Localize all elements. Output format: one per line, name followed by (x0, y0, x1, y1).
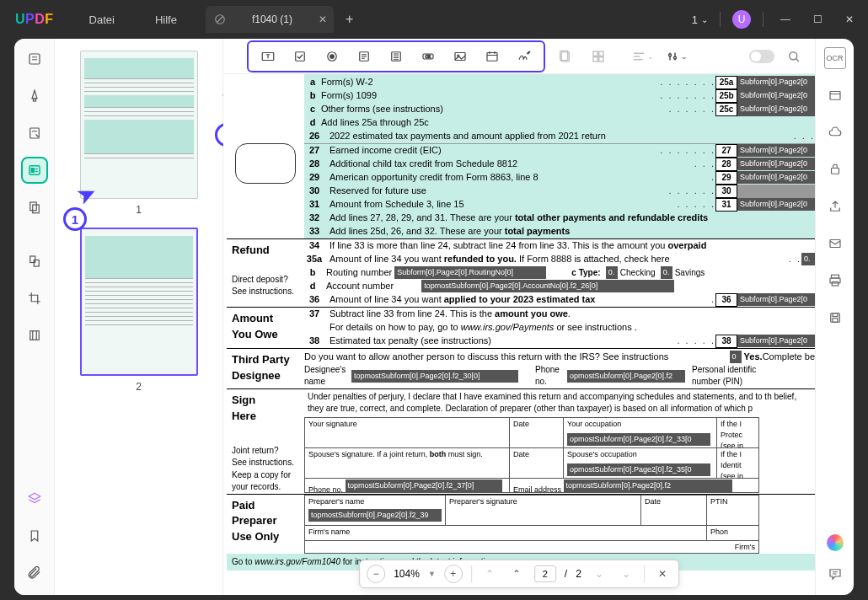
field-email[interactable]: topmostSubform[0].Page2[0].f2 (564, 479, 732, 492)
svg-rect-55 (830, 240, 840, 248)
field-31[interactable]: Subform[0].Page2[0 (737, 198, 815, 211)
grid-tool[interactable] (584, 45, 613, 68)
settings-tool[interactable]: ⌄ (662, 45, 690, 68)
svg-point-21 (330, 54, 335, 58)
field-spouse-occupation[interactable]: opmostSubform[0].Page2[0].f2_35[0 (567, 463, 710, 476)
field-25c[interactable]: Subform[0].Page2[0 (737, 103, 815, 115)
box-28: 28 (715, 158, 737, 171)
field-25b[interactable]: Subform[0].Page2[0 (737, 89, 815, 102)
field-designee-phone[interactable]: opmostSubform[0].Page2[0].f2 (567, 370, 685, 383)
calendar-icon[interactable] (824, 84, 846, 106)
page-last-button[interactable]: ⌄ (617, 565, 635, 583)
tab-title: f1040 (1) (234, 13, 310, 25)
svg-rect-61 (833, 319, 838, 323)
page-current-input[interactable] (534, 565, 556, 582)
window-minimize-button[interactable]: — (775, 9, 796, 29)
reader-mode-icon[interactable] (21, 46, 48, 72)
attachment-icon[interactable] (21, 560, 48, 587)
page-first-button[interactable]: ⌃ (480, 565, 499, 583)
right-sidebar: OCR (815, 39, 854, 595)
menu-file[interactable]: Datei (69, 13, 135, 26)
text-field-tool[interactable] (254, 45, 282, 68)
compress-icon[interactable] (21, 322, 48, 349)
field-account[interactable]: topmostSubform[0].Page2[0].AccountNo[0].… (421, 280, 674, 292)
section-paid-preparer: PaidPreparerUse Only (227, 495, 304, 554)
page-sep: / (565, 568, 567, 580)
field-type-checking[interactable]: 0. (606, 266, 618, 279)
align-tool[interactable]: ⌄ (628, 45, 656, 68)
account-dropdown[interactable]: 1 ⌄ (692, 13, 708, 26)
search-icon[interactable] (780, 45, 808, 68)
zoom-out-button[interactable]: − (367, 565, 385, 583)
svg-point-50 (790, 51, 797, 59)
dropdown-tool[interactable] (350, 45, 378, 68)
organize-pages-icon[interactable] (21, 194, 48, 221)
crop-icon[interactable] (21, 285, 48, 312)
bookmark-icon[interactable] (21, 522, 48, 549)
thumbnail-label-1: 1 (136, 204, 142, 216)
box-25a: 25a (715, 76, 737, 89)
convert-icon[interactable] (21, 248, 48, 275)
field-25a[interactable]: Subform[0].Page2[0 (737, 76, 815, 88)
page-thumbnail-2[interactable] (80, 228, 198, 376)
field-36[interactable]: Subform[0].Page2[0 (737, 293, 815, 306)
tab-add-button[interactable]: + (346, 12, 353, 27)
form-mode-icon[interactable] (21, 157, 48, 184)
page-thumbnail-1[interactable] (80, 51, 198, 199)
tab-close-icon[interactable]: ✕ (319, 13, 327, 25)
document-tab[interactable]: f1040 (1) ✕ (206, 6, 334, 33)
save-icon[interactable] (824, 307, 846, 329)
box-25c: 25c (715, 103, 737, 116)
field-your-occupation[interactable]: opmostSubform[0].Page2[0].f2_33[0 (567, 433, 710, 446)
edit-text-icon[interactable] (21, 120, 48, 147)
button-tool[interactable]: OK (414, 45, 442, 68)
document-viewport[interactable]: aForm(s) W-2 . . . . . . . 25aSubform[0]… (223, 74, 815, 595)
window-maximize-button[interactable]: ☐ (807, 9, 828, 29)
svg-line-1 (217, 17, 222, 23)
protect-icon[interactable] (824, 158, 846, 180)
clipboard-tool[interactable] (550, 45, 579, 68)
field-28[interactable]: Subform[0].Page2[0 (737, 158, 815, 170)
mail-icon[interactable] (824, 233, 846, 254)
listbox-tool[interactable] (382, 45, 410, 68)
signature-tool[interactable] (510, 45, 538, 68)
field-38[interactable]: Subform[0].Page2[0 (737, 335, 815, 347)
user-avatar[interactable]: U (732, 10, 751, 29)
cloud-icon[interactable] (824, 121, 846, 143)
zoom-in-button[interactable]: + (444, 565, 463, 583)
svg-rect-9 (31, 169, 34, 170)
highlight-toggle[interactable] (749, 50, 774, 63)
field-routing[interactable]: Subform[0].Page2[0].RoutingNo[0] (394, 266, 546, 279)
menu-help[interactable]: Hilfe (135, 13, 197, 26)
thumbnail-panel: 1 2 (55, 39, 223, 595)
radio-tool[interactable] (318, 45, 346, 68)
window-close-button[interactable]: ✕ (839, 9, 860, 29)
field-type-savings[interactable]: 0. (661, 266, 672, 279)
print-icon[interactable] (824, 270, 846, 292)
share-icon[interactable] (824, 196, 846, 217)
page-next-button[interactable]: ⌄ (590, 565, 608, 583)
image-field-tool[interactable] (446, 45, 474, 68)
comments-icon[interactable] (824, 563, 846, 585)
section-sign-here: SignHere Joint return? See instructions.… (227, 389, 304, 494)
field-preparer-name[interactable]: topmostSubform[0].Page2[0].f2_39 (308, 509, 442, 522)
ai-assistant-icon[interactable] (827, 534, 844, 551)
layers-icon[interactable] (21, 485, 48, 512)
svg-rect-41 (593, 51, 597, 56)
field-tpd-yes[interactable]: 0 (730, 351, 742, 363)
field-designee-name[interactable]: topmostSubform[0].Page2[0].f2_30[0] (351, 370, 518, 383)
date-field-tool[interactable] (478, 45, 506, 68)
field-35a-check[interactable]: 0. (801, 253, 815, 265)
titlebar: UPDF Datei Hilfe f1040 (1) ✕ + 1 ⌄ U — ☐… (0, 0, 868, 39)
ocr-icon[interactable]: OCR (824, 47, 846, 69)
annotate-icon[interactable] (21, 83, 48, 110)
page-controls: − 104% ▼ + ⌃ ⌃ / 2 ⌄ ⌄ ✕ (359, 560, 679, 588)
checkbox-tool[interactable] (286, 45, 314, 68)
page-prev-button[interactable]: ⌃ (507, 565, 526, 583)
field-29[interactable]: Subform[0].Page2[0 (737, 171, 815, 184)
section-amount-owe: AmountYou Owe (227, 308, 304, 348)
field-27[interactable]: Subform[0].Page2[0 (737, 144, 815, 157)
page-close-button[interactable]: ✕ (653, 565, 672, 583)
svg-point-49 (673, 56, 676, 59)
field-phone[interactable]: topmostSubform[0].Page2[0].f2_37[0] (346, 479, 502, 492)
